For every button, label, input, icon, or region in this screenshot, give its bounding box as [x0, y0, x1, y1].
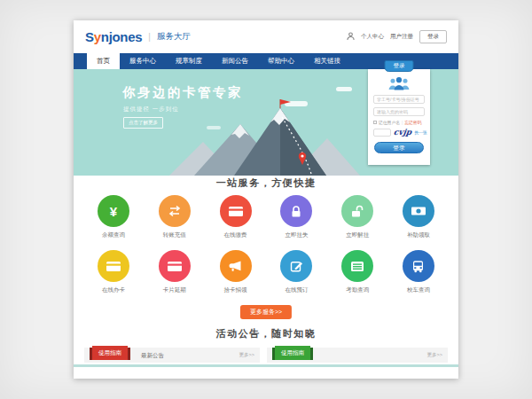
transfer-icon — [159, 195, 191, 227]
service-label: 在线预订 — [285, 286, 308, 294]
service-label: 卡片延期 — [163, 286, 186, 294]
lock-icon — [280, 195, 312, 227]
services-heading: 一站服务，方便快捷 — [74, 176, 458, 190]
service-label: 立即挂失 — [285, 231, 308, 239]
service-transfer-recharge[interactable]: 转账充值 — [147, 195, 202, 239]
service-card-extension[interactable]: 卡片延期 — [147, 250, 202, 294]
unlock-icon — [341, 195, 373, 227]
login-panel: 登录 记住用户名 | 忘记密码 cvjp 换一张 登录 — [368, 69, 430, 165]
personal-center-link[interactable]: 个人中心 — [361, 33, 384, 41]
service-label: 立即解挂 — [346, 231, 369, 239]
site-name: 服务大厅 — [157, 31, 191, 43]
logo-suffix: njones — [101, 29, 143, 44]
nav-item-service-center[interactable]: 服务中心 — [120, 53, 166, 69]
login-tab[interactable]: 登录 — [385, 60, 414, 72]
account-input[interactable] — [373, 95, 425, 104]
section-divider — [74, 364, 458, 367]
service-attendance-inquiry[interactable]: 考勤查询 — [330, 250, 385, 294]
bank-card-icon — [98, 250, 129, 282]
nav-item-rules[interactable]: 规章制度 — [166, 53, 212, 69]
remember-checkbox[interactable] — [373, 121, 377, 124]
login-submit-button[interactable]: 登录 — [374, 142, 424, 153]
tab-usage-guide-right[interactable]: 使用指南 — [275, 346, 310, 360]
list-icon — [341, 250, 373, 282]
forgot-password-link[interactable]: 忘记密码 — [404, 120, 421, 125]
portal-page: Synjones | 服务大厅 个人中心 用户注册 登录 首页 服务中心 规章制… — [74, 20, 458, 379]
service-subsidy-collection[interactable]: 补助领取 — [391, 195, 446, 239]
service-online-payment[interactable]: 在线缴费 — [208, 195, 263, 239]
service-label: 补助领取 — [407, 231, 430, 239]
service-found-card-claim[interactable]: 拾卡招领 — [208, 250, 263, 294]
captcha-refresh-link[interactable]: 换一张 — [414, 129, 426, 135]
service-online-booking[interactable]: 在线预订 — [269, 250, 324, 294]
service-balance-inquiry[interactable]: ¥ 余额查询 — [86, 195, 141, 239]
announcement-panel-right: 使用指南 更多>> — [267, 348, 448, 363]
password-input[interactable] — [373, 107, 425, 116]
more-link-left[interactable]: 更多>> — [239, 348, 254, 363]
person-icon — [347, 32, 355, 42]
screenshot-stage: Synjones | 服务大厅 个人中心 用户注册 登录 首页 服务中心 规章制… — [0, 0, 532, 399]
bus-icon — [403, 250, 434, 282]
header-right: 个人中心 用户注册 登录 — [347, 30, 447, 43]
header-login-button[interactable]: 登录 — [419, 30, 447, 43]
services-row-1: ¥ 余额查询 转账充值 在线缴费 立即挂失 — [86, 195, 446, 239]
service-school-bus-inquiry[interactable]: 校车查询 — [391, 250, 446, 294]
service-label: 考勤查询 — [346, 286, 369, 294]
service-online-card-apply[interactable]: 在线办卡 — [86, 250, 141, 294]
nav-item-home[interactable]: 首页 — [87, 53, 120, 69]
users-icon — [387, 76, 411, 90]
service-cancel-loss[interactable]: 立即解挂 — [330, 195, 385, 239]
logo-prefix: S — [85, 29, 94, 44]
logo-divider: | — [148, 32, 151, 42]
announcement-panel-left: 使用指南 最新公告 更多>> — [84, 348, 260, 363]
tab-latest-announcements[interactable]: 最新公告 — [141, 348, 164, 363]
edit-icon — [280, 250, 312, 282]
yuan-icon: ¥ — [98, 195, 129, 227]
bank-card-icon — [220, 195, 252, 227]
remember-label: 记住用户名 — [379, 120, 400, 125]
nav-item-help[interactable]: 帮助中心 — [258, 53, 304, 69]
service-label: 转账充值 — [163, 231, 186, 239]
tab-usage-guide-left[interactable]: 使用指南 — [92, 346, 128, 360]
more-services-button[interactable]: 更多服务>> — [240, 305, 292, 319]
logo-accent: y — [94, 29, 101, 44]
user-register-link[interactable]: 用户注册 — [390, 33, 413, 41]
megaphone-icon — [220, 250, 252, 282]
captcha-image[interactable]: cvjp — [393, 128, 412, 137]
nav-item-links[interactable]: 相关链接 — [304, 53, 350, 69]
service-label: 拾卡招领 — [224, 286, 247, 294]
service-label: 校车查询 — [407, 286, 430, 294]
service-label: 余额查询 — [102, 231, 125, 239]
more-link-right[interactable]: 更多>> — [427, 348, 442, 363]
cloud-decoration — [336, 87, 352, 91]
announcements-heading: 活动公告，随时知晓 — [74, 327, 458, 340]
service-report-loss[interactable]: 立即挂失 — [269, 195, 324, 239]
mountains-illustration — [169, 98, 360, 176]
captcha-input[interactable] — [373, 129, 391, 137]
nav-item-news[interactable]: 新闻公告 — [212, 53, 258, 69]
banknote-icon — [403, 195, 434, 227]
hero-cta-button[interactable]: 点击了解更多 — [123, 117, 163, 129]
captcha-row: cvjp 换一张 — [373, 128, 425, 137]
header: Synjones | 服务大厅 个人中心 用户注册 登录 — [74, 20, 458, 53]
service-label: 在线缴费 — [224, 231, 247, 239]
remember-row: 记住用户名 | 忘记密码 — [373, 120, 425, 125]
remember-separator: | — [402, 121, 403, 125]
service-label: 在线办卡 — [102, 286, 125, 294]
bank-card-icon — [159, 250, 191, 282]
services-row-2: 在线办卡 卡片延期 拾卡招领 在线预订 — [86, 250, 446, 294]
logo[interactable]: Synjones — [85, 29, 142, 44]
